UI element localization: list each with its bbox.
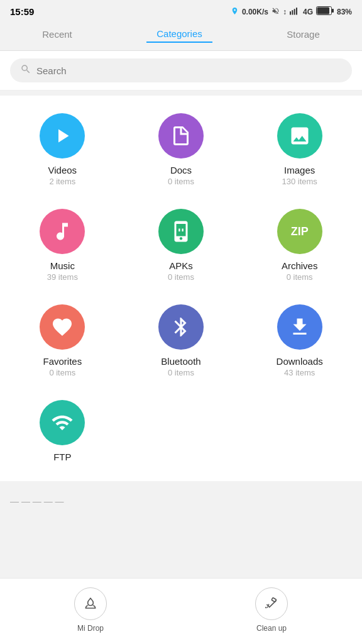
downloads-count: 43 items — [284, 368, 315, 377]
svg-rect-6 — [332, 9, 334, 13]
category-bluetooth[interactable]: Bluetooth 0 items — [125, 299, 238, 382]
search-icon — [20, 64, 31, 77]
ftp-icon-circle — [40, 400, 85, 445]
location-icon — [231, 7, 239, 17]
categories-section: Videos 2 items Docs 0 items Images 130 i… — [0, 96, 362, 481]
category-favorites[interactable]: Favorites 0 items — [6, 299, 119, 382]
docs-count: 0 items — [168, 177, 194, 186]
videos-label: Videos — [48, 165, 77, 175]
favorites-count: 0 items — [49, 368, 75, 377]
mute-icon — [272, 7, 280, 17]
network-type: 4G — [303, 8, 313, 16]
category-apks[interactable]: APKs 0 items — [125, 204, 238, 287]
music-count: 39 items — [47, 272, 78, 282]
category-archives[interactable]: ZIP Archives 0 items — [243, 204, 356, 287]
category-ftp[interactable]: FTP — [6, 395, 119, 469]
apks-count: 0 items — [168, 272, 194, 282]
hint-text: — — — — — — [10, 496, 64, 506]
images-label: Images — [284, 165, 315, 175]
bottom-nav: Mi Drop Clean up — [0, 578, 362, 644]
videos-count: 2 items — [49, 177, 75, 186]
downloads-icon-circle — [277, 304, 322, 350]
apks-icon-circle — [158, 209, 204, 254]
network-speed: 0.00K/s — [242, 8, 268, 16]
battery-percent: 83% — [337, 8, 352, 16]
archives-count: 0 items — [287, 272, 313, 282]
ftp-label: FTP — [53, 452, 71, 462]
tab-storage[interactable]: Storage — [277, 26, 330, 42]
bottom-hint: — — — — — — [0, 486, 362, 516]
images-count: 130 items — [282, 177, 317, 186]
categories-grid: Videos 2 items Docs 0 items Images 130 i… — [6, 108, 356, 469]
svg-rect-5 — [317, 8, 329, 14]
status-time: 15:59 — [10, 6, 34, 17]
category-images[interactable]: Images 130 items — [243, 108, 356, 191]
archives-icon-circle: ZIP — [277, 209, 322, 254]
status-bar: 15:59 0.00K/s ↕ 4G 83% — [0, 0, 362, 21]
tab-categories[interactable]: Categories — [146, 26, 212, 43]
midrop-label: Mi Drop — [77, 624, 104, 633]
signal-icon — [290, 7, 300, 17]
videos-icon-circle — [40, 113, 85, 158]
images-icon-circle — [277, 113, 322, 158]
category-music[interactable]: Music 39 items — [6, 204, 119, 287]
cleanup-icon — [255, 587, 288, 620]
tab-bar: Recent Categories Storage — [0, 21, 362, 51]
apks-label: APKs — [169, 260, 193, 271]
docs-label: Docs — [170, 165, 192, 175]
music-icon-circle — [40, 209, 85, 254]
svg-rect-2 — [294, 9, 295, 14]
cleanup-label: Clean up — [256, 624, 287, 633]
category-docs[interactable]: Docs 0 items — [125, 108, 238, 191]
battery-icon — [316, 6, 334, 17]
category-downloads[interactable]: Downloads 43 items — [243, 299, 356, 382]
category-videos[interactable]: Videos 2 items — [6, 108, 119, 191]
bluetooth-icon-circle — [158, 304, 204, 350]
svg-rect-7 — [272, 597, 277, 602]
bluetooth-label: Bluetooth — [161, 356, 200, 367]
downloads-label: Downloads — [277, 356, 323, 367]
tab-recent[interactable]: Recent — [32, 26, 82, 42]
nav-cleanup[interactable]: Clean up — [255, 587, 288, 633]
bluetooth-count: 0 items — [168, 368, 194, 377]
search-input[interactable] — [36, 65, 342, 76]
status-icons: 0.00K/s ↕ 4G 83% — [231, 6, 352, 17]
nav-midrop[interactable]: Mi Drop — [74, 587, 107, 633]
favorites-label: Favorites — [43, 356, 82, 367]
svg-rect-1 — [292, 10, 293, 14]
svg-rect-0 — [290, 11, 291, 14]
archives-label: Archives — [282, 260, 318, 271]
music-label: Music — [50, 260, 75, 271]
midrop-icon — [74, 587, 107, 620]
svg-rect-3 — [296, 8, 297, 14]
favorites-icon-circle — [40, 304, 85, 350]
search-bar[interactable] — [10, 58, 352, 82]
docs-icon-circle — [158, 113, 204, 158]
search-container — [0, 51, 362, 91]
arrow-icon: ↕ — [283, 8, 287, 16]
